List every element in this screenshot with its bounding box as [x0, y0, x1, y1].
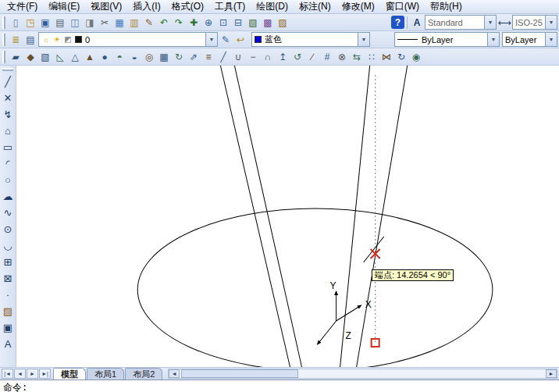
scrollbar-thumb[interactable] [181, 369, 298, 378]
line-icon[interactable]: ╱ [1, 73, 16, 90]
tabulated-surface-icon[interactable]: ⇗ [187, 50, 201, 64]
chevron-down-icon[interactable]: ▼ [545, 33, 557, 46]
chevron-down-icon[interactable]: ▼ [205, 33, 217, 46]
sphere-icon[interactable]: ● [98, 50, 112, 64]
menu-file[interactable]: 文件(F) [2, 0, 43, 14]
layer-on-icon[interactable]: ☼ [41, 34, 51, 45]
toolbar-grip[interactable] [2, 16, 5, 29]
region-icon[interactable]: ▣ [1, 319, 16, 336]
menu-tools[interactable]: 工具(T) [209, 0, 251, 14]
tab-last-button[interactable]: ►| [39, 369, 51, 379]
tab-model[interactable]: 模型 [53, 368, 86, 380]
dish-icon[interactable]: ◒ [127, 50, 141, 64]
torus-icon[interactable]: ◎ [142, 50, 156, 64]
tab-layout1[interactable]: 布局1 [87, 368, 124, 380]
toolbar-grip[interactable] [2, 68, 13, 71]
slice-icon[interactable]: ∕ [305, 50, 319, 64]
redo-icon[interactable]: ↷ [172, 16, 186, 30]
dim-style-combo[interactable]: ISO-25 ▼ [512, 15, 557, 30]
3d-array-icon[interactable]: ∷ [365, 50, 379, 64]
menu-format[interactable]: 格式(O) [166, 0, 209, 14]
open-file-icon[interactable]: ◳ [23, 16, 37, 30]
plot-icon[interactable]: ▤ [53, 16, 67, 30]
tab-next-button[interactable]: ► [27, 369, 38, 379]
command-line[interactable]: 命令: [0, 380, 559, 392]
cone-icon[interactable]: ▲ [83, 50, 97, 64]
tab-layout2[interactable]: 布局2 [125, 368, 162, 380]
linetype-combo[interactable]: ByLayer ▼ [394, 32, 500, 47]
align-icon[interactable]: ⇆ [350, 50, 364, 64]
tab-first-button[interactable]: |◄ [2, 369, 13, 379]
chevron-down-icon[interactable]: ▼ [484, 16, 496, 29]
ellipse-icon[interactable]: ⊙ [1, 221, 16, 237]
dim-style-icon[interactable]: ⟷ [497, 16, 511, 30]
pan-icon[interactable]: ✚ [187, 16, 201, 30]
union-icon[interactable]: ∪ [231, 50, 245, 64]
layer-combo[interactable]: ☼☀◩ 0 ▼ [38, 32, 218, 47]
menu-dimension[interactable]: 标注(N) [294, 0, 336, 14]
properties-icon[interactable]: ▧ [246, 16, 260, 30]
scroll-left-icon[interactable]: ◄ [169, 369, 180, 378]
hatch-icon[interactable]: ▨ [1, 303, 16, 319]
new-file-icon[interactable]: ▯ [9, 16, 23, 30]
menu-window[interactable]: 窗口(W) [380, 0, 425, 14]
chevron-down-icon[interactable]: ▼ [545, 16, 557, 29]
zoom-window-icon[interactable]: ⊡ [216, 16, 230, 30]
circle-icon[interactable]: ○ [1, 172, 16, 188]
make-block-icon[interactable]: ⊠ [1, 270, 16, 287]
menu-modify[interactable]: 修改(M) [336, 0, 380, 14]
3d-face-icon[interactable]: ◆ [23, 50, 37, 64]
layer-thaw-icon[interactable]: ☀ [52, 34, 62, 45]
spline-icon[interactable]: ∿ [1, 205, 16, 221]
extrude-icon[interactable]: ↥ [276, 50, 290, 64]
mirror-3d-icon[interactable]: ⋈ [379, 50, 393, 64]
publish-icon[interactable]: ◨ [83, 16, 97, 30]
polyline-icon[interactable]: ↯ [1, 106, 16, 123]
toolbar-grip[interactable] [2, 34, 5, 46]
2d-solid-icon[interactable]: ▰ [9, 50, 23, 64]
interfere-icon[interactable]: ⊗ [335, 50, 349, 64]
dome-icon[interactable]: ◓ [112, 50, 126, 64]
cut-icon[interactable]: ✂ [98, 16, 112, 30]
menu-draw[interactable]: 绘图(D) [251, 0, 294, 14]
insert-block-icon[interactable]: ⊞ [1, 254, 16, 270]
intersect-icon[interactable]: ∩ [261, 50, 275, 64]
zoom-realtime-icon[interactable]: ⊕ [201, 16, 215, 30]
section-icon[interactable]: # [320, 50, 334, 64]
designcenter-icon[interactable]: ▩ [261, 16, 275, 30]
layer-unlock-icon[interactable]: ◩ [63, 34, 73, 45]
undo-icon[interactable]: ↶ [157, 16, 171, 30]
lineweight-combo[interactable]: ByLayer ▼ [502, 32, 557, 47]
drawing-canvas[interactable]: YXZ 端点: 14.2654 < 90° [16, 66, 559, 367]
plot-preview-icon[interactable]: ◫ [68, 16, 82, 30]
scroll-right-icon[interactable]: ► [546, 369, 557, 378]
wedge-icon[interactable]: ◺ [53, 50, 67, 64]
color-combo[interactable]: 蓝色 ▼ [251, 32, 370, 47]
edge-surface-icon[interactable]: ╱ [216, 50, 230, 64]
chevron-down-icon[interactable]: ▼ [487, 33, 499, 46]
free-orbit-icon[interactable]: ◉ [409, 50, 423, 64]
ellipse-arc-icon[interactable]: ◡ [1, 237, 16, 254]
layer-previous-icon[interactable]: ↩ [233, 33, 247, 47]
tool-palettes-icon[interactable]: ▨ [276, 16, 290, 30]
menu-insert[interactable]: 插入(I) [127, 0, 166, 14]
3d-mesh-icon[interactable]: ▦ [157, 50, 171, 64]
toolbar-grip[interactable] [2, 51, 5, 63]
point-icon[interactable]: ∙ [1, 287, 16, 303]
construction-line-icon[interactable]: ✕ [1, 90, 16, 106]
pyramid-icon[interactable]: △ [68, 50, 82, 64]
layer-states-icon[interactable]: ▤ [23, 33, 37, 47]
revolve-icon[interactable]: ↺ [290, 50, 304, 64]
save-icon[interactable]: ▣ [38, 16, 52, 30]
box-icon[interactable]: ▧ [38, 50, 52, 64]
mtext-icon[interactable]: A [1, 336, 16, 352]
text-style-combo[interactable]: Standard ▼ [425, 15, 497, 30]
ruled-surface-icon[interactable]: ≡ [201, 50, 215, 64]
help-icon[interactable]: ? [391, 16, 404, 29]
menu-help[interactable]: 帮助(H) [425, 0, 468, 14]
subtract-icon[interactable]: − [246, 50, 260, 64]
menu-view[interactable]: 视图(V) [85, 0, 127, 14]
rectangle-icon[interactable]: ▭ [1, 139, 16, 155]
match-properties-icon[interactable]: ✎ [142, 16, 156, 30]
menu-edit[interactable]: 编辑(E) [43, 0, 85, 14]
